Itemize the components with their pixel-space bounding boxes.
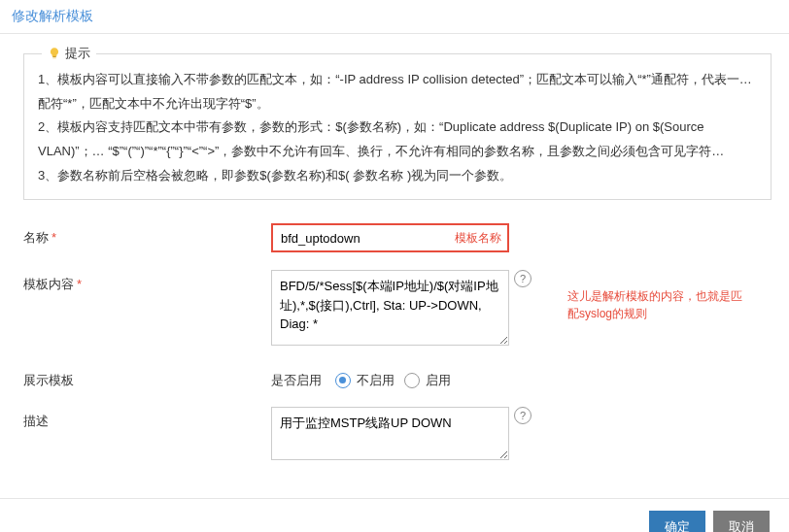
description-textarea[interactable] [271,407,509,460]
lightbulb-icon [48,47,61,60]
row-description: 描述 ? [23,407,789,463]
page-title: 修改解析模板 [0,0,789,34]
row-name: 名称* 模板名称 [23,223,789,252]
template-content-note: 这儿是解析模板的内容，也就是匹配syslog的规则 [567,287,752,322]
svg-rect-0 [52,56,56,57]
footer: 确定 取消 [0,498,789,532]
tips-legend-text: 提示 [65,45,90,62]
radio-disable-label: 不启用 [357,372,394,389]
name-input[interactable] [271,223,509,252]
tip-line-3: 3、参数名称前后空格会被忽略，即参数$(参数名称)和$( 参数名称 )视为同一个… [38,164,759,188]
radio-enable-label: 启用 [426,372,451,389]
cancel-button[interactable]: 取消 [713,511,770,532]
tip-line-1: 1、模板内容可以直接输入不带参数的匹配文本，如：“-IP address IP … [38,68,759,116]
label-name: 名称* [23,223,271,247]
enable-prefix: 是否启用 [271,372,322,389]
row-display-template: 展示模板 是否启用 不启用 启用 [23,366,789,389]
form-area: 名称* 模板名称 模板内容* ? 这儿是解析模板的内容，也就是匹配syslog的… [23,219,789,498]
ok-button[interactable]: 确定 [649,511,705,532]
tips-legend: 提示 [42,45,96,62]
radio-enable[interactable] [404,373,420,388]
tip-line-2: 2、模板内容支持匹配文本中带有参数，参数的形式：$(参数名称)，如：“Dupli… [38,116,759,163]
help-icon[interactable]: ? [514,407,532,424]
template-content-textarea[interactable] [271,270,509,346]
label-display-template: 展示模板 [23,366,271,389]
help-icon[interactable]: ? [514,270,532,287]
row-template-content: 模板内容* ? 这儿是解析模板的内容，也就是匹配syslog的规则 [23,270,789,349]
label-template-content: 模板内容* [23,270,271,293]
tips-box: 提示 1、模板内容可以直接输入不带参数的匹配文本，如：“-IP address … [23,53,772,200]
label-description: 描述 [23,407,271,430]
radio-disable[interactable] [335,373,351,388]
